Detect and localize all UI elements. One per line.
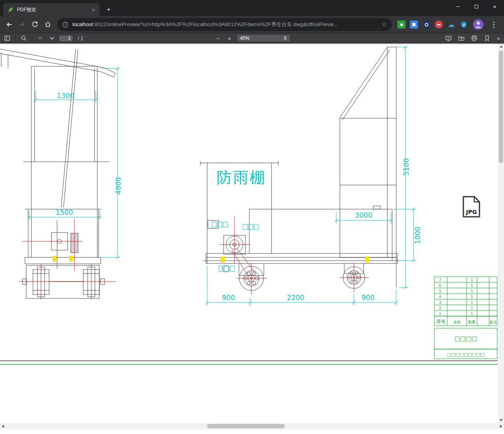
tab-pdf-preview[interactable]: PDF预览 × bbox=[3, 3, 100, 16]
shield-icon bbox=[460, 21, 467, 29]
tb-header-name: 名称 bbox=[453, 320, 461, 324]
yellow-markers bbox=[53, 256, 369, 262]
rain-shelter-label: 防雨棚 bbox=[217, 169, 266, 186]
tb-row-qty: 1 bbox=[471, 295, 473, 299]
maximize-button[interactable] bbox=[467, 0, 485, 13]
horizontal-scrollbar[interactable] bbox=[0, 423, 504, 430]
tb-row-qty: 1 bbox=[471, 278, 473, 282]
extensions-area: ☁ bbox=[395, 19, 501, 30]
open-file-button[interactable] bbox=[457, 34, 466, 43]
toolbar-separator bbox=[32, 35, 32, 41]
tb-row-qty: 1 bbox=[471, 300, 473, 304]
address-bar: localhost:8012/onlinePreview?url=http%3A… bbox=[0, 16, 504, 33]
forward-button[interactable] bbox=[16, 19, 28, 31]
chevron-up-icon bbox=[37, 35, 43, 41]
translate-card-glyph bbox=[412, 23, 416, 26]
navy-ring-glyph bbox=[425, 23, 428, 27]
tb-row-no: 2 bbox=[439, 306, 441, 310]
vertical-scroll-thumb[interactable] bbox=[499, 50, 503, 163]
close-icon: × bbox=[493, 4, 497, 10]
url-text[interactable]: localhost:8012/onlinePreview?url=http%3A… bbox=[72, 21, 378, 28]
reload-button[interactable] bbox=[29, 19, 41, 31]
dim-5100: 5100 bbox=[402, 158, 410, 175]
close-button[interactable]: × bbox=[485, 0, 504, 13]
extension-green-dot bbox=[400, 23, 403, 26]
bookmark-icon bbox=[484, 35, 490, 41]
spring-leaf-favicon bbox=[7, 6, 14, 13]
extension-icon-green[interactable] bbox=[397, 21, 405, 29]
profile-avatar[interactable] bbox=[473, 19, 483, 30]
search-icon bbox=[21, 35, 27, 41]
scroll-left-arrow-icon[interactable] bbox=[2, 425, 4, 428]
dim-2200: 2200 bbox=[287, 294, 304, 302]
reload-icon bbox=[31, 21, 39, 28]
browser-window: PDF预览 × + × bbox=[0, 0, 504, 434]
toolbar-separator bbox=[15, 35, 16, 41]
extension-icon-translate[interactable] bbox=[410, 21, 418, 29]
tb-row-no: 6 bbox=[439, 284, 441, 288]
zoom-spinner-icon bbox=[284, 36, 287, 40]
extension-icon-red[interactable] bbox=[435, 21, 443, 29]
horizontal-scroll-thumb[interactable] bbox=[207, 424, 285, 428]
page-up-button[interactable] bbox=[35, 34, 45, 43]
presentation-icon bbox=[445, 35, 452, 41]
cad-drawing: 1300 4800 1500 5100 3000 1000 900 2200 9… bbox=[0, 43, 498, 423]
tb-row-no: 4 bbox=[439, 295, 441, 299]
tb-row-no: 1 bbox=[439, 312, 441, 316]
new-tab-button[interactable]: + bbox=[103, 4, 114, 15]
bookmark-button[interactable] bbox=[482, 34, 492, 43]
jpg-file-icon: JPG bbox=[463, 197, 479, 217]
person-icon bbox=[473, 19, 483, 30]
pdf-page: 1300 4800 1500 5100 3000 1000 900 2200 9… bbox=[0, 43, 498, 423]
zoom-select[interactable]: 40% bbox=[237, 34, 290, 42]
page-count-label: / 1 bbox=[78, 35, 83, 41]
zoom-in-button[interactable]: + bbox=[225, 34, 234, 43]
home-button[interactable] bbox=[42, 19, 54, 31]
find-button[interactable] bbox=[19, 34, 29, 43]
scroll-up-arrow-icon[interactable] bbox=[500, 45, 503, 47]
browser-menu-icon[interactable] bbox=[489, 19, 498, 30]
presentation-mode-button[interactable] bbox=[444, 34, 453, 43]
sidebar-toggle-button[interactable] bbox=[2, 34, 12, 43]
zoom-value: 40% bbox=[240, 35, 284, 41]
dimension-text: 1300 4800 1500 5100 3000 1000 900 2200 9… bbox=[56, 92, 422, 302]
minimize-icon bbox=[456, 6, 460, 7]
page-number-input[interactable] bbox=[59, 35, 73, 42]
page-down-button[interactable] bbox=[47, 34, 57, 43]
tb-row-no: 5 bbox=[439, 289, 441, 293]
zoom-cluster: − + 40% bbox=[214, 34, 290, 43]
scroll-down-arrow-icon[interactable] bbox=[500, 419, 503, 421]
tb-row-qty: 1 bbox=[471, 312, 473, 316]
site-info-icon[interactable] bbox=[62, 21, 69, 28]
dim-3000: 3000 bbox=[355, 211, 372, 219]
extension-icon-cloud[interactable]: ☁ bbox=[447, 21, 455, 29]
bookmark-star-icon[interactable]: ☆ bbox=[382, 21, 387, 28]
window-controls: × bbox=[448, 0, 504, 13]
extension-icon-shield[interactable] bbox=[460, 21, 468, 29]
print-button[interactable] bbox=[469, 34, 479, 43]
tab-close-icon[interactable]: × bbox=[90, 6, 97, 13]
minimize-button[interactable] bbox=[448, 0, 467, 13]
open-folder-icon bbox=[458, 35, 465, 41]
tb-box1-text: □□□□ bbox=[455, 335, 477, 342]
forward-arrow-icon bbox=[19, 21, 26, 28]
tb-box2-text: □□□□□□□□□ bbox=[447, 352, 485, 357]
url-path: :8012/onlinePreview?url=http%3A%2F%2Floc… bbox=[93, 21, 338, 27]
toolbar-overflow-button[interactable]: » bbox=[495, 35, 502, 41]
tb-row-qty: 1 bbox=[471, 289, 473, 293]
left-view-geometry bbox=[0, 49, 115, 298]
tb-header-qty: 数量 bbox=[468, 320, 475, 324]
toolbar-right-cluster: » bbox=[444, 34, 502, 43]
printer-icon bbox=[471, 35, 477, 41]
dim-1000: 1000 bbox=[413, 226, 422, 244]
sheet-border-lines bbox=[0, 361, 498, 364]
scroll-right-arrow-icon[interactable] bbox=[500, 425, 502, 428]
back-button[interactable] bbox=[3, 19, 15, 31]
tab-title: PDF预览 bbox=[17, 6, 87, 13]
dim-1500: 1500 bbox=[56, 208, 73, 216]
title-block-grid bbox=[434, 277, 497, 359]
extension-icon-navy-circle[interactable] bbox=[422, 21, 430, 29]
zoom-out-button[interactable]: − bbox=[214, 34, 223, 43]
omnibox[interactable]: localhost:8012/onlinePreview?url=http%3A… bbox=[57, 18, 392, 31]
vertical-scrollbar[interactable] bbox=[498, 43, 504, 423]
